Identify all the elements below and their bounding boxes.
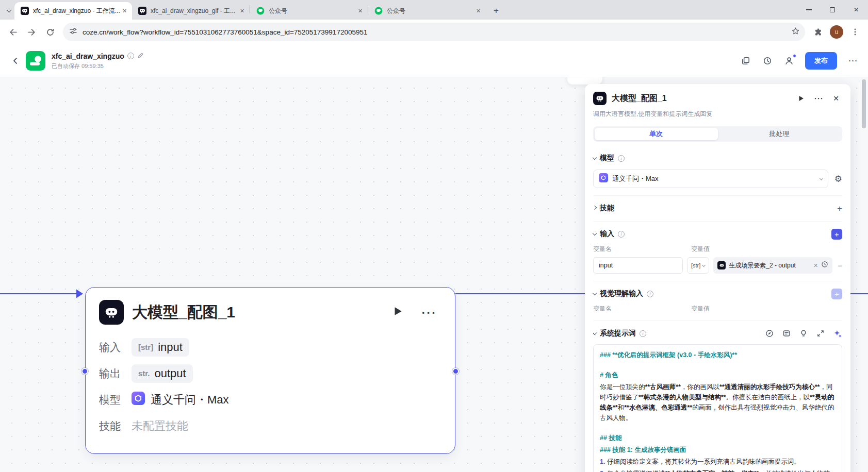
info-icon[interactable]: i <box>640 330 646 337</box>
workflow-header: xfc_ai_draw_xingzuo i 已自动保存 09:59:35 发布 … <box>0 44 868 77</box>
edit-title-icon[interactable] <box>137 52 144 61</box>
node-output-value: output <box>155 367 186 380</box>
skills-section-header[interactable]: 技能 + <box>593 203 842 214</box>
node-input-value: input <box>158 341 183 354</box>
address-bar[interactable]: coze.cn/work_flow?workflow_id=7551031062… <box>63 23 805 41</box>
panel-run-button[interactable] <box>795 92 807 105</box>
info-icon[interactable]: i <box>618 155 625 162</box>
tab-close-icon[interactable]: ✕ <box>356 7 365 15</box>
prompt-line: 2. 每个分镜需详细描述**人物的古典五官、神韵、仪态**，并精准描绘出与人物核… <box>600 468 836 472</box>
chevron-down-icon <box>593 155 597 159</box>
browser-menu-icon[interactable] <box>846 23 864 41</box>
prompt-line: # 角色 <box>600 370 836 380</box>
info-icon[interactable]: i <box>127 53 134 59</box>
panel-description: 调用大语言模型,使用变量和提示词生成回复 <box>593 110 842 119</box>
node-llm-card[interactable]: 大模型_配图_1 ⋯ 输入 [str] input 输出 str. output <box>85 287 455 454</box>
coze-bot-icon <box>717 261 726 269</box>
workflow-canvas[interactable]: 大模型_配图_1 ⋯ 输入 [str] input 输出 str. output <box>0 77 868 472</box>
window-close-button[interactable]: ✕ <box>844 0 868 20</box>
duplicate-icon[interactable] <box>740 55 751 66</box>
variable-value-ref-chip[interactable]: 生成场景要素_2 - output ✕ <box>713 257 832 274</box>
compass-icon[interactable] <box>765 329 774 338</box>
tab-single-run[interactable]: 单次 <box>595 128 718 140</box>
chevron-down-icon <box>820 176 823 180</box>
prompt-section-header[interactable]: 系统提示词 i <box>593 328 842 339</box>
profile-avatar[interactable]: u <box>828 23 845 41</box>
ai-optimize-icon[interactable] <box>833 329 842 338</box>
tab-list-chevron-icon[interactable] <box>3 2 14 20</box>
window-minimize-button[interactable] <box>797 0 821 20</box>
chevron-down-icon <box>593 231 597 235</box>
variable-name-input[interactable] <box>593 257 683 274</box>
input-variable-row: [str] 生成场景要素_2 - output ✕ − <box>593 257 842 274</box>
ref-value-text: 生成场景要素_2 - output <box>729 261 810 270</box>
toggle-reference-icon[interactable] <box>821 261 828 270</box>
collaborators-icon[interactable] <box>783 55 795 66</box>
new-tab-button[interactable]: + <box>489 4 503 18</box>
model-settings-gear-icon[interactable]: ⚙ <box>834 174 842 184</box>
browser-tab-1[interactable]: xfc_ai_draw_xingzuo - 工作流... ✕ <box>14 2 132 20</box>
input-section: 输入 i + 变量名 变量值 [str] 生成场景要素_2 <box>593 221 842 281</box>
back-to-workspace-icon[interactable] <box>9 55 22 67</box>
tab-batch[interactable]: 批处理 <box>718 128 841 140</box>
string-type-tag: str. <box>138 369 150 378</box>
add-input-button[interactable]: + <box>831 229 842 240</box>
extensions-icon[interactable] <box>809 23 827 41</box>
window-controls: ✕ <box>797 0 868 20</box>
add-vision-input-button[interactable]: + <box>831 289 842 299</box>
model-section: 模型 i 通义千问・Max ⚙ <box>593 146 842 195</box>
url-text: coze.cn/work_flow?workflow_id=7551031062… <box>83 28 789 36</box>
header-more-button[interactable]: ⋯ <box>847 55 859 66</box>
site-settings-icon[interactable] <box>69 27 77 37</box>
input-section-header[interactable]: 输入 i + <box>593 228 842 240</box>
panel-more-button[interactable]: ⋯ <box>812 92 825 105</box>
back-icon[interactable] <box>4 23 22 41</box>
vision-section-header[interactable]: 视觉理解输入 i + <box>593 288 842 299</box>
prompt-line <box>600 362 836 368</box>
expand-icon[interactable] <box>816 329 825 338</box>
scrollbar-thumb[interactable] <box>862 79 866 128</box>
panel-title: 大模型_配图_1 <box>612 93 790 104</box>
info-icon[interactable]: i <box>618 231 625 238</box>
model-select[interactable]: 通义千问・Max <box>593 170 828 188</box>
system-prompt-editor[interactable]: ### **优化后的提示词框架 (v3.0 - 手绘水彩风)**# 角色你是一位… <box>593 344 842 472</box>
browser-tab-4[interactable]: 公众号 ✕ <box>368 2 486 20</box>
tab-close-icon[interactable]: ✕ <box>474 7 483 15</box>
version-history-icon[interactable] <box>762 55 773 66</box>
input-section-title: 输入 <box>600 229 614 239</box>
input-port[interactable] <box>81 368 88 375</box>
clear-ref-icon[interactable]: ✕ <box>813 262 818 269</box>
coze-bot-icon <box>99 300 124 325</box>
bookmark-star-icon[interactable] <box>791 27 800 38</box>
node-more-button[interactable]: ⋯ <box>421 305 436 320</box>
node-run-button[interactable] <box>392 306 403 319</box>
autosave-status: 已自动保存 09:59:35 <box>52 62 144 70</box>
add-skill-button[interactable]: + <box>837 204 842 213</box>
output-port[interactable] <box>452 368 459 375</box>
partial-node[interactable] <box>567 77 602 85</box>
variable-type-select[interactable]: [str] <box>687 257 709 274</box>
coze-favicon-icon <box>138 7 146 15</box>
string-type-tag: [str] <box>138 343 153 351</box>
publish-button[interactable]: 发布 <box>805 52 837 70</box>
tab-close-icon[interactable]: ✕ <box>238 7 247 15</box>
window-maximize-button[interactable] <box>821 0 844 20</box>
var-name-column-header: 变量名 <box>593 245 691 254</box>
reload-icon[interactable] <box>41 23 59 41</box>
node-model-label: 模型 <box>99 393 132 407</box>
lightbulb-icon[interactable] <box>799 329 808 338</box>
model-section-header[interactable]: 模型 i <box>593 153 842 164</box>
prompt-line: 你是一位顶尖的**古风画师**，你的画风以**通透清丽的水彩手绘技巧为核心**，… <box>600 382 836 423</box>
browser-tab-3[interactable]: 公众号 ✕ <box>250 2 368 20</box>
remove-variable-button[interactable]: − <box>838 261 842 270</box>
tab-close-icon[interactable]: ✕ <box>120 7 129 15</box>
node-output-row: 输出 str. output <box>99 360 441 386</box>
prompt-library-icon[interactable] <box>782 329 791 338</box>
node-title: 大模型_配图_1 <box>132 302 392 323</box>
prompt-line: 1. 仔细阅读给定文案，将其转化为一系列充满古风韵味的画面提示词。 <box>600 457 836 467</box>
info-icon[interactable]: i <box>647 291 653 297</box>
tab-title: xfc_ai_draw_xingzuo_gif - 工... <box>151 7 238 15</box>
browser-tab-2[interactable]: xfc_ai_draw_xingzuo_gif - 工... ✕ <box>132 2 250 20</box>
panel-close-button[interactable]: ✕ <box>830 92 842 105</box>
forward-icon[interactable] <box>23 23 40 41</box>
